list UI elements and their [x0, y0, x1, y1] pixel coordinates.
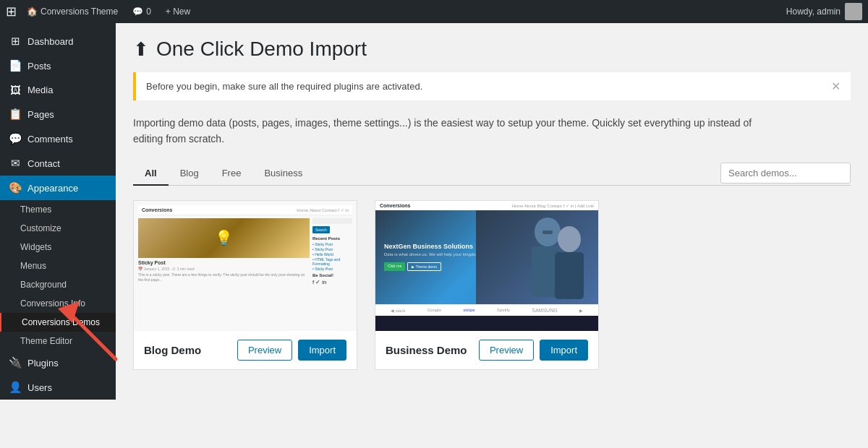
- tab-free[interactable]: Free: [210, 162, 253, 186]
- business-demo-actions: Preview Import: [479, 340, 588, 361]
- layout: ⊞ Dashboard 📄 Posts 🖼 Media 📋 Pages 💬 Co…: [0, 23, 868, 448]
- sidebar-item-contact[interactable]: ✉ Contact: [0, 151, 116, 176]
- comments-icon: 💬: [132, 7, 143, 17]
- dashboard-icon: ⊞: [9, 35, 22, 48]
- notice-text: Before you begin, make sure all the requ…: [146, 81, 422, 92]
- sidebar-item-label: Media: [27, 85, 53, 95]
- svg-point-4: [558, 226, 581, 252]
- sidebar-sub-item-themes[interactable]: Themes: [0, 200, 116, 219]
- sidebar-item-label: Pages: [27, 109, 54, 120]
- wp-logo-icon[interactable]: ⊞: [6, 4, 17, 20]
- blog-demo-name: Blog Demo: [144, 344, 201, 356]
- tabs-row: All Blog Free Business: [133, 162, 851, 186]
- business-demo-name: Business Demo: [386, 344, 467, 356]
- sidebar-sub-item-conversions-demos[interactable]: Conversions Demos: [0, 313, 116, 332]
- media-icon: 🖼: [9, 84, 22, 96]
- business-thumb-header: Conversions Home About Blog Contact f ✓ …: [375, 201, 598, 210]
- sidebar-item-label: Contact: [27, 158, 60, 169]
- tab-blog[interactable]: Blog: [169, 162, 210, 186]
- sidebar-sub-item-background[interactable]: Background: [0, 275, 116, 294]
- admin-bar: ⊞ 🏠 Conversions Theme 💬 0 + New Howdy, a…: [0, 0, 868, 23]
- sidebar-item-pages[interactable]: 📋 Pages: [0, 102, 116, 126]
- sidebar-item-appearance[interactable]: 🎨 Appearance: [0, 176, 116, 200]
- howdy-text: Howdy, admin: [786, 7, 841, 17]
- business-demo-thumbnail: Conversions Home About Blog Contact f ✓ …: [375, 201, 598, 331]
- sidebar-item-plugins[interactable]: 🔌 Plugins: [0, 350, 116, 375]
- comments-link[interactable]: 💬 0: [125, 0, 158, 23]
- search-demos-wrapper: [720, 163, 851, 184]
- business-demo-footer: Business Demo Preview Import: [375, 331, 598, 369]
- blog-demo-preview-button[interactable]: Preview: [237, 340, 292, 361]
- demos-grid: Conversions Home About Contact f ✓ in 💡 …: [133, 200, 851, 370]
- upload-icon: ⬆: [133, 38, 149, 61]
- comments-menu-icon: 💬: [9, 132, 22, 145]
- sidebar-item-comments[interactable]: 💬 Comments: [0, 126, 116, 151]
- house-icon: 🏠: [27, 7, 38, 17]
- new-label: + New: [166, 7, 190, 17]
- sidebar-item-posts[interactable]: 📄 Posts: [0, 53, 116, 78]
- sidebar-item-users[interactable]: 👤 Users: [0, 375, 116, 400]
- site-title-link[interactable]: 🏠 Conversions Theme: [20, 0, 125, 23]
- site-title: Conversions Theme: [41, 7, 118, 17]
- sidebar: ⊞ Dashboard 📄 Posts 🖼 Media 📋 Pages 💬 Co…: [0, 23, 116, 400]
- business-demo-preview-button[interactable]: Preview: [479, 340, 534, 361]
- sidebar-item-label: Appearance: [27, 183, 78, 194]
- page-title: ⬆ One Click Demo Import: [133, 38, 851, 61]
- sidebar-item-label: Comments: [27, 134, 73, 145]
- appearance-icon: 🎨: [9, 181, 22, 194]
- blog-demo-footer: Blog Demo Preview Import: [134, 331, 357, 369]
- business-demo-card: Conversions Home About Blog Contact f ✓ …: [375, 200, 599, 370]
- notice-close-button[interactable]: ✕: [831, 79, 841, 93]
- sidebar-item-label: Posts: [27, 61, 51, 72]
- sidebar-sub-item-conversions-info[interactable]: Conversions Info: [0, 294, 116, 313]
- sidebar-item-dashboard[interactable]: ⊞ Dashboard: [0, 29, 116, 53]
- svg-rect-5: [555, 252, 584, 299]
- blog-demo-card: Conversions Home About Contact f ✓ in 💡 …: [133, 200, 357, 370]
- sidebar-sub-item-menus[interactable]: Menus: [0, 257, 116, 275]
- tab-business[interactable]: Business: [252, 162, 314, 186]
- sidebar-sub-item-theme-editor[interactable]: Theme Editor: [0, 332, 116, 350]
- business-demo-import-button[interactable]: Import: [540, 340, 588, 361]
- tab-all[interactable]: All: [133, 162, 169, 186]
- contact-icon: ✉: [9, 157, 22, 170]
- sidebar-item-media[interactable]: 🖼 Media: [0, 78, 116, 102]
- sidebar-item-label: Plugins: [27, 358, 59, 369]
- comments-count: 0: [146, 7, 151, 17]
- avatar[interactable]: [845, 3, 862, 20]
- new-content-link[interactable]: + New: [158, 0, 197, 23]
- search-demos-input[interactable]: [720, 163, 851, 184]
- sidebar-item-label: Users: [27, 382, 52, 393]
- main-content: ⬆ One Click Demo Import Before you begin…: [116, 23, 868, 448]
- sidebar-item-label: Dashboard: [27, 36, 74, 47]
- svg-rect-6: [542, 231, 553, 234]
- admin-bar-right: Howdy, admin: [786, 3, 862, 20]
- sidebar-sub-item-widgets[interactable]: Widgets: [0, 238, 116, 257]
- blog-demo-thumbnail: Conversions Home About Contact f ✓ in 💡 …: [134, 201, 357, 331]
- plugins-icon: 🔌: [9, 356, 22, 369]
- sidebar-sub-item-customize[interactable]: Customize: [0, 219, 116, 238]
- intro-text: Importing demo data (posts, pages, image…: [133, 115, 784, 147]
- pages-icon: 📋: [9, 108, 22, 121]
- posts-icon: 📄: [9, 59, 22, 72]
- blog-demo-actions: Preview Import: [237, 340, 346, 361]
- notice-warning: Before you begin, make sure all the requ…: [133, 72, 851, 100]
- blog-demo-import-button[interactable]: Import: [298, 340, 346, 361]
- users-icon: 👤: [9, 381, 22, 394]
